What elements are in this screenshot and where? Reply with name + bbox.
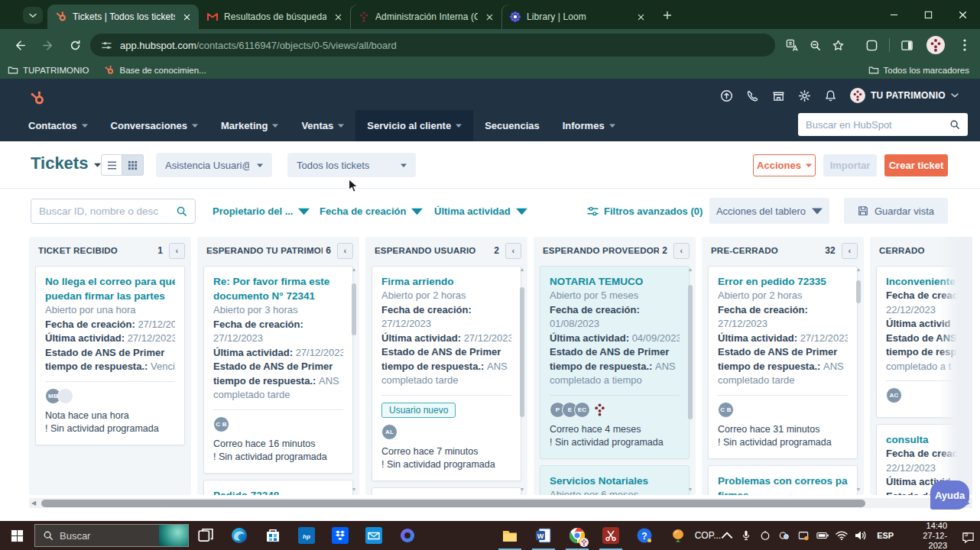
list-view-button[interactable]: [101, 154, 122, 176]
nav-item-servicio-al-cliente[interactable]: Servicio al cliente: [355, 110, 473, 141]
maximize-button[interactable]: [911, 0, 946, 29]
filter-created-date[interactable]: Fecha de creación: [320, 205, 423, 217]
browser-menu-button[interactable]: [954, 34, 975, 56]
browser-tab-tickets-todos-los-tickets[interactable]: Tickets | Todos los tickets: [47, 5, 199, 29]
tab-search-button[interactable]: [23, 7, 43, 24]
ticket-card-title-line[interactable]: puedan firmar las partes: [45, 289, 175, 303]
browser-tab-library-loom[interactable]: Library | Loom: [501, 5, 653, 29]
ticket-card-title-line[interactable]: documento N° 72341: [213, 289, 343, 303]
column-collapse-button[interactable]: ‹: [169, 243, 185, 259]
ticket-card-title-line[interactable]: No llega el correo para que: [45, 274, 175, 289]
screenshot-icon[interactable]: [797, 530, 810, 541]
hubspot-search-input[interactable]: [806, 119, 949, 131]
nav-item-marketing[interactable]: Marketing: [209, 110, 290, 141]
scrollbar-thumb[interactable]: [520, 287, 524, 417]
bookmark-tupatrimonio[interactable]: TUPATRIMONIO: [8, 65, 89, 76]
site-settings-icon[interactable]: [101, 40, 112, 51]
avatar[interactable]: AL: [381, 424, 398, 440]
translate-button[interactable]: [781, 34, 803, 56]
ticket-card-title-line[interactable]: firmas: [718, 488, 848, 496]
taskbar-clock[interactable]: 14:4027-12-2023: [904, 521, 952, 550]
avatar[interactable]: C B: [213, 416, 229, 432]
forward-button[interactable]: [37, 34, 58, 56]
taskbar-dropbox-button[interactable]: [323, 521, 357, 550]
hubspot-logo-icon[interactable]: [29, 90, 46, 107]
ticket-card[interactable]: Re: Por favor firma estedocumento N° 723…: [203, 266, 353, 474]
notifications-icon[interactable]: [824, 89, 837, 102]
nav-item-conversaciones[interactable]: Conversaciones: [99, 110, 209, 141]
avatar[interactable]: C B: [718, 402, 734, 418]
column-collapse-button[interactable]: ‹: [673, 243, 690, 259]
hubspot-search[interactable]: [798, 113, 968, 136]
column-scrollbar[interactable]: ▲ ▼: [350, 266, 358, 493]
settings-icon[interactable]: [798, 89, 811, 102]
filter-owner[interactable]: Propietario del ...: [213, 205, 310, 217]
battery-icon[interactable]: [816, 530, 829, 541]
taskbar-mail-button[interactable]: [357, 521, 391, 550]
bookmark-base-de-conocimien-[interactable]: Base de conocimien...: [104, 65, 206, 76]
import-button[interactable]: Importar: [823, 154, 877, 176]
column-scrollbar[interactable]: ▲ ▼: [686, 266, 694, 493]
ticket-card[interactable]: Problemas con correos parafirmasAbierto …: [708, 465, 858, 496]
taskbar-chrome-button[interactable]: [560, 521, 594, 550]
ticket-card-title-line[interactable]: Problemas con correos para: [718, 474, 848, 488]
taskbar-help-button[interactable]: ?: [628, 521, 661, 550]
scroll-up-arrow[interactable]: ▲: [518, 266, 526, 273]
taskbar-loop-button[interactable]: [391, 521, 424, 550]
taskbar-snipping-button[interactable]: [594, 521, 628, 550]
column-collapse-button[interactable]: ‹: [337, 243, 353, 259]
reload-button[interactable]: [64, 34, 86, 56]
save-view-button[interactable]: Guardar vista: [844, 198, 948, 224]
profile-button[interactable]: [925, 34, 946, 56]
avatar[interactable]: EC: [574, 402, 590, 418]
upgrade-icon[interactable]: [720, 89, 733, 102]
taskbar-my-hp-button[interactable]: hp: [290, 521, 323, 550]
all-bookmarks-folder[interactable]: Todos los marcadores: [868, 65, 970, 76]
ticket-search-input[interactable]: [39, 205, 176, 217]
notification-center-button[interactable]: 5: [959, 529, 974, 542]
start-button[interactable]: [0, 521, 34, 550]
nav-item-ventas[interactable]: Ventas: [290, 110, 355, 141]
help-button[interactable]: Ayuda: [930, 480, 969, 510]
scrollbar-thumb[interactable]: [352, 283, 356, 335]
ticket-card[interactable]: No llega el correo para quepuedan firmar…: [35, 266, 185, 445]
taskbar-search-input[interactable]: [60, 530, 159, 542]
scroll-down-arrow[interactable]: ▼: [350, 486, 358, 493]
column-collapse-button[interactable]: ‹: [842, 243, 858, 259]
address-bar[interactable]: app.hubspot.com/contacts/6116947/objects…: [90, 34, 775, 57]
nav-item-informes[interactable]: Informes: [551, 110, 627, 141]
nav-item-secuencias[interactable]: Secuencias: [473, 110, 551, 141]
wifi-icon[interactable]: [836, 530, 848, 541]
taskbar-search[interactable]: [34, 524, 189, 547]
ticket-search[interactable]: [31, 199, 196, 224]
scroll-down-arrow[interactable]: ▼: [686, 486, 694, 493]
onedrive-icon[interactable]: [759, 530, 771, 541]
ticket-card-title-line[interactable]: Pedido 72348: [213, 488, 343, 496]
pipeline-select[interactable]: Asistencia Usuari@s: [156, 153, 272, 177]
network-icon[interactable]: [778, 530, 790, 541]
filter-last-activity[interactable]: Última actividad: [434, 205, 527, 217]
phone-icon[interactable]: [746, 89, 759, 102]
side-panel-button[interactable]: [896, 34, 917, 56]
ticket-card-title-line[interactable]: Re: Por favor firma este: [213, 274, 343, 289]
tab-close-button[interactable]: [332, 11, 344, 23]
microphone-icon[interactable]: [740, 530, 752, 541]
horizontal-scrollbar[interactable]: ◀ ▶: [29, 498, 972, 508]
back-button[interactable]: [9, 34, 31, 56]
nav-item-contactos[interactable]: Contactos: [17, 110, 99, 141]
scrollbar-thumb[interactable]: [41, 500, 865, 507]
taskbar-task-view-button[interactable]: [189, 521, 222, 550]
ticket-card[interactable]: InconvenienteFecha de creac22/12/2023Últ…: [876, 266, 972, 418]
page-title[interactable]: Tickets: [31, 154, 101, 173]
taskbar-edge-button[interactable]: [222, 521, 256, 550]
marketplace-icon[interactable]: [772, 89, 785, 102]
browser-tab-administraci-n-interna-gte-op[interactable]: Administración Interna (Gte Op: [350, 5, 501, 29]
scroll-up-arrow[interactable]: ▲: [686, 266, 694, 273]
tab-close-button[interactable]: [634, 11, 647, 23]
extensions-button[interactable]: [861, 34, 882, 56]
actions-button[interactable]: Acciones: [753, 154, 816, 176]
close-button[interactable]: [946, 0, 980, 29]
scrollbar-thumb[interactable]: [856, 280, 861, 303]
scrollbar-thumb[interactable]: [688, 285, 693, 419]
taskbar-store-button[interactable]: [256, 521, 290, 550]
